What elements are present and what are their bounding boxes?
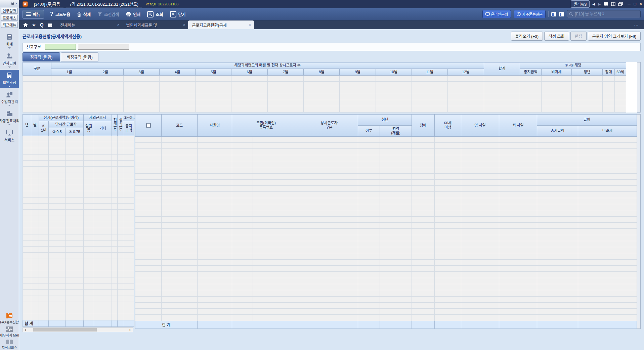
grid-cell[interactable] (23, 100, 51, 106)
grid-cell[interactable] (542, 106, 572, 112)
grid-cell[interactable] (66, 185, 84, 191)
faq-button[interactable]: ? 자주묻는질문 (514, 10, 546, 18)
grid-cell[interactable] (23, 290, 31, 296)
grid-cell[interactable] (253, 290, 300, 296)
grid-cell[interactable] (412, 229, 435, 235)
grid-cell[interactable] (94, 290, 112, 296)
grid-cell[interactable] (66, 259, 84, 265)
grid-cell[interactable] (412, 247, 435, 253)
grid-cell[interactable] (135, 161, 162, 167)
grid-cell[interactable] (49, 154, 66, 160)
grid-cell[interactable] (499, 309, 537, 315)
grid-cell[interactable] (118, 314, 123, 320)
grid-cell[interactable] (380, 266, 412, 272)
grid-cell[interactable] (49, 160, 66, 166)
grid-cell[interactable] (300, 241, 358, 247)
grid-cell[interactable] (49, 185, 66, 191)
grid-cell[interactable] (461, 229, 499, 235)
grid-cell[interactable] (31, 253, 39, 259)
grid-cell[interactable] (23, 314, 31, 320)
grid-cell[interactable] (49, 142, 66, 148)
grid-cell[interactable] (253, 167, 300, 173)
grid-cell[interactable] (412, 149, 435, 155)
grid-cell[interactable] (23, 210, 31, 216)
grid-cell[interactable] (380, 186, 412, 192)
grid-cell[interactable] (118, 197, 123, 203)
grid-cell[interactable] (198, 229, 232, 235)
grid-cell[interactable] (537, 296, 578, 302)
grid-cell[interactable] (461, 136, 499, 142)
grid-cell[interactable] (380, 247, 412, 253)
grid-cell[interactable] (123, 88, 159, 94)
calendar-icon[interactable] (48, 23, 52, 27)
grid-cell[interactable] (39, 253, 49, 259)
grid-cell[interactable] (135, 192, 162, 198)
grid-cell[interactable] (198, 204, 232, 210)
grid-cell[interactable] (542, 88, 572, 94)
grid-cell[interactable] (380, 272, 412, 278)
grid-cell[interactable] (253, 155, 300, 161)
grid-cell[interactable] (572, 100, 603, 106)
grid-cell[interactable] (87, 82, 123, 88)
grid-cell[interactable] (118, 265, 123, 271)
grid-cell[interactable] (118, 222, 123, 228)
grid-cell[interactable] (198, 222, 232, 228)
grid-cell[interactable] (232, 222, 253, 228)
home-icon[interactable] (23, 23, 28, 27)
grid-cell[interactable] (31, 216, 39, 222)
grid-cell[interactable] (23, 204, 31, 210)
grid-cell[interactable] (520, 88, 542, 94)
grid-cell[interactable] (112, 283, 118, 289)
grid-cell[interactable] (66, 271, 84, 277)
grid-cell[interactable] (412, 272, 435, 278)
grid-cell[interactable] (380, 192, 412, 198)
grid-cell[interactable] (380, 173, 412, 179)
grid-cell[interactable] (135, 167, 162, 173)
grid-cell[interactable] (520, 106, 542, 112)
grid-cell[interactable] (603, 100, 615, 106)
grid-cell[interactable] (358, 143, 380, 149)
grid-cell[interactable] (94, 185, 112, 191)
grid-cell[interactable] (94, 253, 112, 259)
grid-cell[interactable] (198, 198, 232, 204)
grid-cell[interactable] (31, 185, 39, 191)
grid-cell[interactable] (572, 94, 603, 100)
layout-right-icon[interactable] (559, 12, 564, 16)
grid-cell[interactable] (412, 94, 447, 100)
tab-corporate-tax-base[interactable]: 법인세과세표준 및 × (122, 20, 188, 29)
grid-cell[interactable] (358, 229, 380, 235)
grid-cell[interactable] (461, 192, 499, 198)
grid-cell[interactable] (162, 247, 198, 253)
grid-cell[interactable] (300, 136, 358, 142)
grid-cell[interactable] (300, 161, 358, 167)
grid-cell[interactable] (118, 302, 123, 308)
grid-cell[interactable] (51, 88, 87, 94)
grid-cell[interactable] (162, 198, 198, 204)
grid-cell[interactable] (412, 192, 435, 198)
grid-cell[interactable] (578, 167, 637, 173)
grid-cell[interactable] (578, 302, 637, 308)
grid-cell[interactable] (31, 167, 39, 173)
grid-cell[interactable] (39, 265, 49, 271)
grid-cell[interactable] (253, 198, 300, 204)
grid-cell[interactable] (603, 106, 615, 112)
grid-cell[interactable] (118, 247, 123, 253)
grid-cell[interactable] (499, 179, 537, 185)
grid-cell[interactable] (358, 253, 380, 259)
grid-cell[interactable] (537, 247, 578, 253)
grid-cell[interactable] (31, 265, 39, 271)
grid-cell[interactable] (358, 149, 380, 155)
grid-cell[interactable] (461, 309, 499, 315)
grid-cell[interactable] (23, 283, 31, 289)
grid-cell[interactable] (232, 192, 253, 198)
grid-cell[interactable] (118, 154, 123, 160)
grid-cell[interactable] (159, 94, 195, 100)
grid-cell[interactable] (23, 253, 31, 259)
grid-cell[interactable] (198, 155, 232, 161)
grid-cell[interactable] (300, 284, 358, 290)
grid-cell[interactable] (196, 106, 231, 112)
book-view-icon[interactable] (603, 2, 608, 6)
grid-cell[interactable] (123, 160, 134, 166)
grid-cell[interactable] (23, 136, 31, 142)
grid-cell[interactable] (94, 247, 112, 253)
